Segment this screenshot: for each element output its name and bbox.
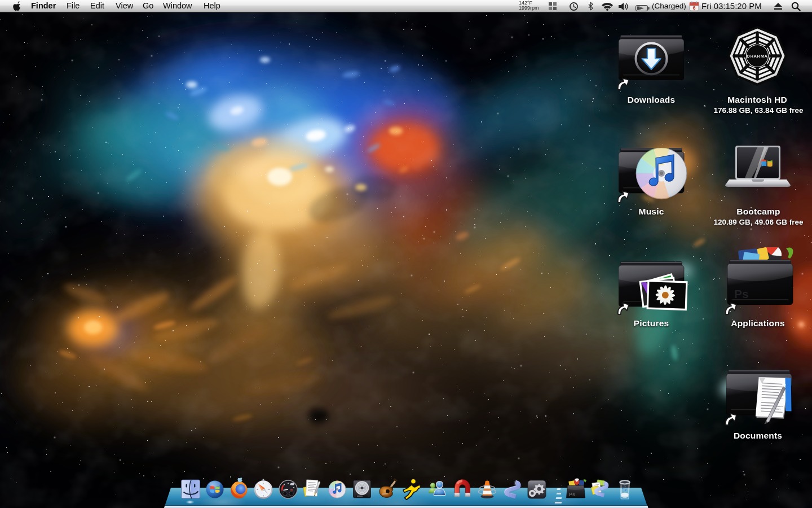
svg-text:Ps: Ps (734, 287, 749, 300)
svg-text:6: 6 (692, 5, 695, 11)
svg-text:DHARMA: DHARMA (747, 54, 767, 59)
